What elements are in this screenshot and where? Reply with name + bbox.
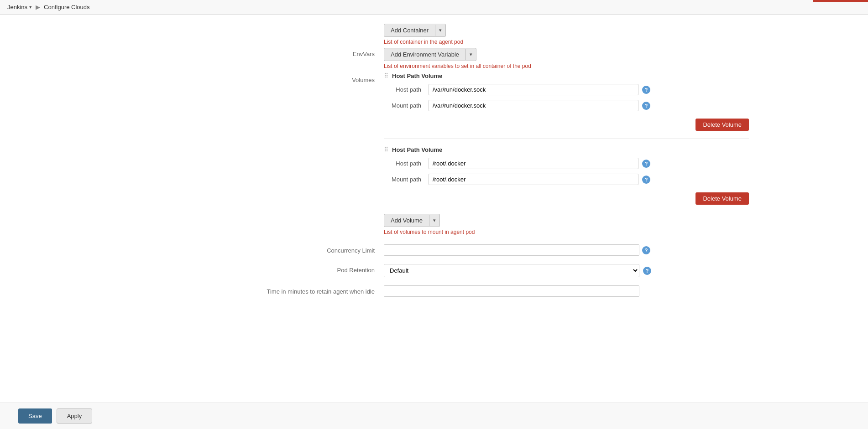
volume-1-delete-button[interactable]: Delete Volume <box>695 119 749 131</box>
volume-1-clearfix: Delete Volume <box>384 116 749 131</box>
page-breadcrumb: Configure Clouds <box>44 4 89 10</box>
bottom-bar: Save Apply <box>0 403 868 427</box>
volume-divider <box>384 138 749 139</box>
concurrency-limit-input[interactable] <box>384 244 639 256</box>
pod-retention-field: Default Always Never On Failure ? <box>384 264 749 277</box>
volume-2-host-path-input[interactable] <box>429 158 638 169</box>
containers-helper-text: List of container in the agent pod <box>384 39 749 45</box>
volume-1-header: ⠿ Host Path Volume <box>384 72 749 79</box>
add-env-var-dropdown-arrow[interactable]: ▾ <box>465 49 476 60</box>
volume-1-mount-path-row: Mount path ? <box>384 100 749 111</box>
form-area: Add Container ▾ List of container in the… <box>69 24 799 297</box>
add-container-label-spacer <box>87 24 384 26</box>
volume-2-body: Host path ? Mount path ? Delete Volume <box>384 158 749 205</box>
volume-2-mount-path-help-icon[interactable]: ? <box>642 176 650 184</box>
time-idle-input[interactable] <box>384 285 639 297</box>
add-env-var-split-btn[interactable]: Add Environment Variable ▾ <box>384 48 476 61</box>
add-volume-split-btn[interactable]: Add Volume ▾ <box>384 214 440 227</box>
add-volume-dropdown-arrow[interactable]: ▾ <box>429 215 439 226</box>
volume-2-section: ⠿ Host Path Volume Host path ? Mount pat… <box>384 146 749 205</box>
volume-1-mount-path-help-icon[interactable]: ? <box>642 102 650 110</box>
envvars-field: Add Environment Variable ▾ List of envir… <box>384 48 749 69</box>
add-container-button[interactable]: Add Container <box>384 24 435 36</box>
breadcrumb-arrow: ▾ <box>29 4 32 10</box>
volume-1-section: ⠿ Host Path Volume Host path ? Mount pat… <box>384 72 749 131</box>
add-container-row: Add Container ▾ List of container in the… <box>87 24 781 45</box>
concurrency-limit-help-icon[interactable]: ? <box>642 246 650 254</box>
volume-1-host-path-help-icon[interactable]: ? <box>642 86 650 94</box>
top-bar-accent <box>813 0 868 2</box>
volume-1-body: Host path ? Mount path ? Delete Volume <box>384 84 749 131</box>
concurrency-limit-field: ? <box>384 244 749 256</box>
volume-2-host-path-row: Host path ? <box>384 158 749 169</box>
concurrency-limit-row: Concurrency Limit ? <box>87 244 781 256</box>
volume-2-mount-path-input[interactable] <box>429 174 638 185</box>
add-container-split-btn[interactable]: Add Container ▾ <box>384 24 446 37</box>
volume-2-host-path-label: Host path <box>384 160 425 167</box>
volume-1-host-path-row: Host path ? <box>384 84 749 95</box>
apply-button[interactable]: Apply <box>57 408 93 424</box>
volumes-row: Volumes ⠿ Host Path Volume Host path ? <box>87 72 781 235</box>
save-button[interactable]: Save <box>18 408 52 424</box>
time-idle-field <box>384 285 749 297</box>
volume-2-title: Host Path Volume <box>392 146 442 153</box>
volumes-label: Volumes <box>87 72 384 83</box>
volume-2-mount-path-label: Mount path <box>384 176 425 183</box>
envvars-label: EnvVars <box>87 48 384 57</box>
add-env-var-button[interactable]: Add Environment Variable <box>384 48 465 61</box>
add-container-dropdown-arrow[interactable]: ▾ <box>435 25 445 36</box>
volumes-helper-text: List of volumes to mount in agent pod <box>384 229 749 235</box>
pod-retention-row: Pod Retention Default Always Never On Fa… <box>87 264 781 277</box>
volume-1-host-path-label: Host path <box>384 86 425 93</box>
top-bar: Jenkins ▾ ▶ Configure Clouds <box>0 0 868 15</box>
volume-2-delete-button[interactable]: Delete Volume <box>695 192 749 205</box>
pod-retention-select[interactable]: Default Always Never On Failure <box>384 264 639 277</box>
volume-2-header: ⠿ Host Path Volume <box>384 146 749 153</box>
concurrency-limit-label: Concurrency Limit <box>87 244 384 254</box>
envvars-helper-text: List of environment variables to set in … <box>384 63 749 69</box>
page-content: Add Container ▾ List of container in the… <box>0 15 868 427</box>
concurrency-input-wrapper: ? <box>384 244 749 256</box>
pod-retention-help-icon[interactable]: ? <box>643 267 651 275</box>
volume-1-mount-path-label: Mount path <box>384 102 425 109</box>
time-idle-row: Time in minutes to retain agent when idl… <box>87 285 781 297</box>
volume-1-host-path-input[interactable] <box>429 84 638 95</box>
volume-2-mount-path-row: Mount path ? <box>384 174 749 185</box>
volumes-field: ⠿ Host Path Volume Host path ? Mount pat… <box>384 72 749 235</box>
add-volume-button[interactable]: Add Volume <box>384 214 429 227</box>
pod-retention-wrapper: Default Always Never On Failure ? <box>384 264 749 277</box>
breadcrumb-separator: ▶ <box>36 4 40 10</box>
add-container-field: Add Container ▾ List of container in the… <box>384 24 749 45</box>
time-idle-label: Time in minutes to retain agent when idl… <box>87 285 384 295</box>
volume-2-clearfix: Delete Volume <box>384 190 749 205</box>
volume-2-drag-handle[interactable]: ⠿ <box>384 146 388 153</box>
volume-1-drag-handle[interactable]: ⠿ <box>384 72 388 79</box>
volume-1-mount-path-input[interactable] <box>429 100 638 111</box>
add-volume-container: Add Volume ▾ List of volumes to mount in… <box>384 214 749 235</box>
volume-1-title: Host Path Volume <box>392 72 442 79</box>
envvars-row: EnvVars Add Environment Variable ▾ List … <box>87 48 781 69</box>
pod-retention-label: Pod Retention <box>87 264 384 274</box>
jenkins-breadcrumb[interactable]: Jenkins <box>7 4 27 10</box>
volume-2-host-path-help-icon[interactable]: ? <box>642 160 650 168</box>
